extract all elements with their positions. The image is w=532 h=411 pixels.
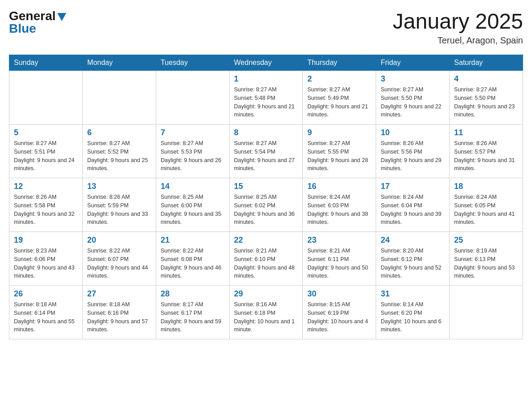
day-info: Sunrise: 8:27 AMSunset: 5:51 PMDaylight:… — [14, 139, 78, 173]
day-number: 25 — [454, 235, 518, 245]
day-of-week-header: Sunday — [9, 55, 83, 71]
calendar-week-row: 1Sunrise: 8:27 AMSunset: 5:48 PMDaylight… — [9, 71, 523, 124]
calendar-cell: 11Sunrise: 8:26 AMSunset: 5:57 PMDayligh… — [450, 124, 523, 178]
day-info: Sunrise: 8:24 AMSunset: 6:05 PMDaylight:… — [454, 193, 518, 227]
day-info: Sunrise: 8:22 AMSunset: 6:08 PMDaylight:… — [161, 247, 225, 280]
day-number: 10 — [381, 128, 445, 137]
day-number: 26 — [14, 289, 78, 299]
calendar-week-row: 12Sunrise: 8:26 AMSunset: 5:58 PMDayligh… — [9, 178, 523, 232]
calendar-header-row: SundayMondayTuesdayWednesdayThursdayFrid… — [9, 55, 523, 71]
calendar-cell: 17Sunrise: 8:24 AMSunset: 6:04 PMDayligh… — [376, 178, 450, 232]
day-number: 18 — [454, 182, 518, 191]
day-number: 12 — [14, 182, 78, 191]
calendar-subtitle: Teruel, Aragon, Spain — [393, 35, 523, 46]
day-number: 14 — [161, 182, 225, 191]
day-number: 30 — [307, 289, 371, 299]
logo: General Blue — [9, 9, 66, 36]
calendar-cell: 9Sunrise: 8:27 AMSunset: 5:55 PMDaylight… — [303, 124, 376, 178]
calendar-cell — [82, 71, 156, 124]
calendar-cell: 22Sunrise: 8:21 AMSunset: 6:10 PMDayligh… — [229, 232, 303, 286]
day-number: 3 — [381, 74, 445, 84]
day-info: Sunrise: 8:16 AMSunset: 6:18 PMDaylight:… — [234, 300, 298, 334]
day-info: Sunrise: 8:27 AMSunset: 5:52 PMDaylight:… — [87, 139, 151, 173]
day-info: Sunrise: 8:26 AMSunset: 5:59 PMDaylight:… — [87, 193, 151, 227]
calendar-cell: 14Sunrise: 8:25 AMSunset: 6:00 PMDayligh… — [156, 178, 229, 232]
calendar-cell: 31Sunrise: 8:14 AMSunset: 6:20 PMDayligh… — [376, 286, 450, 339]
day-info: Sunrise: 8:24 AMSunset: 6:04 PMDaylight:… — [381, 193, 445, 227]
day-info: Sunrise: 8:24 AMSunset: 6:03 PMDaylight:… — [307, 193, 371, 227]
day-of-week-header: Tuesday — [156, 55, 229, 71]
day-info: Sunrise: 8:27 AMSunset: 5:49 PMDaylight:… — [307, 86, 371, 119]
day-of-week-header: Wednesday — [229, 55, 303, 71]
calendar-cell — [156, 71, 229, 124]
day-of-week-header: Thursday — [303, 55, 376, 71]
day-info: Sunrise: 8:21 AMSunset: 6:11 PMDaylight:… — [307, 247, 371, 280]
calendar-cell: 20Sunrise: 8:22 AMSunset: 6:07 PMDayligh… — [82, 232, 156, 286]
day-number: 24 — [381, 235, 445, 245]
day-info: Sunrise: 8:26 AMSunset: 5:58 PMDaylight:… — [14, 193, 78, 227]
day-info: Sunrise: 8:22 AMSunset: 6:07 PMDaylight:… — [87, 247, 151, 280]
day-number: 20 — [87, 235, 151, 245]
day-number: 22 — [234, 235, 298, 245]
day-number: 1 — [234, 74, 298, 84]
day-info: Sunrise: 8:27 AMSunset: 5:53 PMDaylight:… — [161, 139, 225, 173]
calendar-cell: 19Sunrise: 8:23 AMSunset: 6:06 PMDayligh… — [9, 232, 83, 286]
day-number: 9 — [307, 128, 371, 137]
calendar-cell: 5Sunrise: 8:27 AMSunset: 5:51 PMDaylight… — [9, 124, 83, 178]
calendar-week-row: 19Sunrise: 8:23 AMSunset: 6:06 PMDayligh… — [9, 232, 523, 286]
day-number: 15 — [234, 182, 298, 191]
day-info: Sunrise: 8:23 AMSunset: 6:06 PMDaylight:… — [14, 247, 78, 280]
calendar-cell: 21Sunrise: 8:22 AMSunset: 6:08 PMDayligh… — [156, 232, 229, 286]
day-info: Sunrise: 8:14 AMSunset: 6:20 PMDaylight:… — [381, 300, 445, 334]
day-number: 16 — [307, 182, 371, 191]
day-number: 17 — [381, 182, 445, 191]
day-info: Sunrise: 8:27 AMSunset: 5:55 PMDaylight:… — [307, 139, 371, 173]
day-info: Sunrise: 8:25 AMSunset: 6:00 PMDaylight:… — [161, 193, 225, 227]
calendar-cell: 1Sunrise: 8:27 AMSunset: 5:48 PMDaylight… — [229, 71, 303, 124]
page-header: General Blue January 2025 Teruel, Aragon… — [9, 9, 523, 46]
day-number: 29 — [234, 289, 298, 299]
calendar-cell: 7Sunrise: 8:27 AMSunset: 5:53 PMDaylight… — [156, 124, 229, 178]
day-info: Sunrise: 8:18 AMSunset: 6:16 PMDaylight:… — [87, 300, 151, 334]
day-info: Sunrise: 8:19 AMSunset: 6:13 PMDaylight:… — [454, 247, 518, 280]
calendar-cell: 30Sunrise: 8:15 AMSunset: 6:19 PMDayligh… — [303, 286, 376, 339]
day-number: 4 — [454, 74, 518, 84]
calendar-cell: 24Sunrise: 8:20 AMSunset: 6:12 PMDayligh… — [376, 232, 450, 286]
calendar-cell: 26Sunrise: 8:18 AMSunset: 6:14 PMDayligh… — [9, 286, 83, 339]
calendar-cell: 15Sunrise: 8:25 AMSunset: 6:02 PMDayligh… — [229, 178, 303, 232]
day-number: 13 — [87, 182, 151, 191]
calendar-cell: 3Sunrise: 8:27 AMSunset: 5:50 PMDaylight… — [376, 71, 450, 124]
calendar-cell: 2Sunrise: 8:27 AMSunset: 5:49 PMDaylight… — [303, 71, 376, 124]
day-info: Sunrise: 8:18 AMSunset: 6:14 PMDaylight:… — [14, 300, 78, 334]
day-number: 7 — [161, 128, 225, 137]
calendar-cell: 4Sunrise: 8:27 AMSunset: 5:50 PMDaylight… — [450, 71, 523, 124]
day-number: 6 — [87, 128, 151, 137]
day-number: 11 — [454, 128, 518, 137]
day-of-week-header: Monday — [82, 55, 156, 71]
day-info: Sunrise: 8:27 AMSunset: 5:54 PMDaylight:… — [234, 139, 298, 173]
calendar-cell: 28Sunrise: 8:17 AMSunset: 6:17 PMDayligh… — [156, 286, 229, 339]
logo-blue-text: Blue — [9, 21, 36, 36]
day-info: Sunrise: 8:15 AMSunset: 6:19 PMDaylight:… — [307, 300, 371, 334]
calendar-table: SundayMondayTuesdayWednesdayThursdayFrid… — [9, 55, 523, 339]
day-number: 23 — [307, 235, 371, 245]
calendar-cell: 12Sunrise: 8:26 AMSunset: 5:58 PMDayligh… — [9, 178, 83, 232]
day-info: Sunrise: 8:21 AMSunset: 6:10 PMDaylight:… — [234, 247, 298, 280]
calendar-title: January 2025 — [393, 9, 523, 34]
day-info: Sunrise: 8:27 AMSunset: 5:50 PMDaylight:… — [454, 86, 518, 119]
day-number: 31 — [381, 289, 445, 299]
calendar-cell: 27Sunrise: 8:18 AMSunset: 6:16 PMDayligh… — [82, 286, 156, 339]
day-number: 5 — [14, 128, 78, 137]
day-number: 21 — [161, 235, 225, 245]
calendar-cell: 16Sunrise: 8:24 AMSunset: 6:03 PMDayligh… — [303, 178, 376, 232]
calendar-cell: 18Sunrise: 8:24 AMSunset: 6:05 PMDayligh… — [450, 178, 523, 232]
day-info: Sunrise: 8:26 AMSunset: 5:57 PMDaylight:… — [454, 139, 518, 173]
title-area: January 2025 Teruel, Aragon, Spain — [393, 9, 523, 46]
day-info: Sunrise: 8:20 AMSunset: 6:12 PMDaylight:… — [381, 247, 445, 280]
day-info: Sunrise: 8:25 AMSunset: 6:02 PMDaylight:… — [234, 193, 298, 227]
day-info: Sunrise: 8:26 AMSunset: 5:56 PMDaylight:… — [381, 139, 445, 173]
calendar-cell — [9, 71, 83, 124]
day-of-week-header: Friday — [376, 55, 450, 71]
calendar-cell: 29Sunrise: 8:16 AMSunset: 6:18 PMDayligh… — [229, 286, 303, 339]
calendar-week-row: 5Sunrise: 8:27 AMSunset: 5:51 PMDaylight… — [9, 124, 523, 178]
